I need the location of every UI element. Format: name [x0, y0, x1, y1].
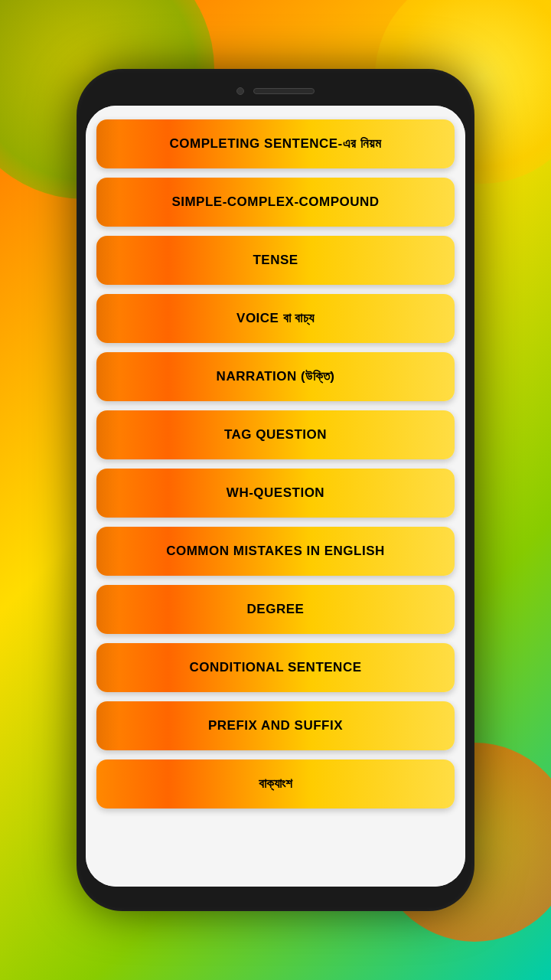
phone-top-bar — [86, 84, 465, 98]
menu-item-tense[interactable]: TENSE — [96, 236, 455, 285]
menu-item-degree[interactable]: DEGREE — [96, 585, 455, 634]
menu-item-simple-complex-compound[interactable]: SIMPLE-COMPLEX-COMPOUND — [96, 178, 455, 227]
menu-item-conditional-sentence[interactable]: CONDITIONAL SENTENCE — [96, 643, 455, 692]
phone-speaker — [253, 88, 315, 94]
menu-item-wh-question[interactable]: WH-QUESTION — [96, 469, 455, 518]
menu-item-narration[interactable]: NARRATION (উক্তি) — [96, 352, 455, 401]
menu-item-prefix-suffix[interactable]: PREFIX AND SUFFIX — [96, 701, 455, 750]
phone-frame: COMPLETING SENTENCE-এর নিয়মSIMPLE-COMPL… — [77, 69, 474, 911]
menu-item-tag-question[interactable]: TAG QUESTION — [96, 410, 455, 459]
menu-item-partial[interactable]: বাক্যাংশ — [96, 760, 455, 808]
menu-item-voice[interactable]: VOICE বা বাচ্য — [96, 294, 455, 343]
phone-camera — [236, 87, 244, 95]
menu-item-completing-sentence[interactable]: COMPLETING SENTENCE-এর নিয়ম — [96, 119, 455, 168]
menu-item-common-mistakes[interactable]: COMMON MISTAKES IN ENGLISH — [96, 527, 455, 576]
phone-screen: COMPLETING SENTENCE-এর নিয়মSIMPLE-COMPL… — [86, 106, 465, 887]
menu-list: COMPLETING SENTENCE-এর নিয়মSIMPLE-COMPL… — [86, 106, 465, 887]
